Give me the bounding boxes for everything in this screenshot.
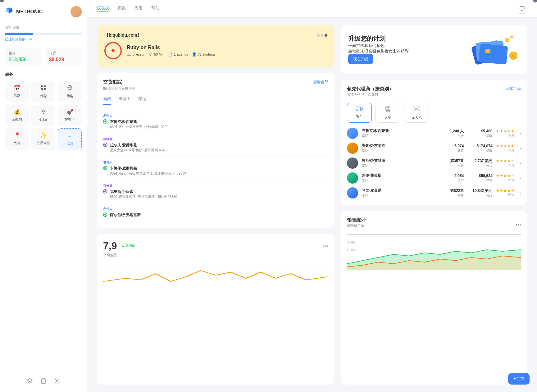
agent-arrow-4[interactable]: ›: [519, 175, 521, 180]
public-label: 公用事业: [37, 141, 50, 145]
stat-menu[interactable]: [323, 245, 328, 247]
course-circle-inner: [111, 49, 115, 52]
network-label: 网络: [66, 94, 73, 98]
gear-icon[interactable]: [54, 378, 60, 386]
sidebar-item-add[interactable]: ＋ 添新: [58, 128, 82, 150]
lessons-icon: 📖: [127, 52, 131, 57]
stat-card: 7,9 ▲ 2.2% 平均位置: [97, 234, 334, 385]
svg-point-10: [43, 110, 44, 112]
sidebar-item-activity[interactable]: 📅 活动: [5, 81, 29, 102]
tab-preparing[interactable]: 准备中: [119, 96, 131, 105]
services-label: 服务: [5, 72, 82, 77]
upgrade-card: 升级您的计划 平面插图和我们多色 生动的未混合紫色头发女士的精彩 现在升级: [341, 25, 527, 74]
agent-arrow-5[interactable]: ›: [519, 190, 521, 195]
finance-label: 金融的: [12, 117, 22, 122]
budget-row: 预算 $14,350 花费 $8,029: [5, 48, 82, 66]
sales-title: 销售统计: [347, 217, 366, 223]
shipment-addr-4: 8502 普雷斯顿路, 英格尔伍德, 缅因州 98380: [110, 194, 177, 199]
cat-tab-truck[interactable]: 货车: [347, 103, 372, 123]
shipment-role-1: 发件人: [103, 114, 328, 118]
agenda-icon: 📋: [168, 52, 173, 57]
tech-label: 技术的: [38, 117, 48, 122]
network-icon: [67, 85, 73, 92]
shipment-name-2: 拉尔夫·爱德华兹: [110, 143, 168, 148]
agent-name-3: 埃丝特·霍华德: [362, 158, 441, 163]
svg-point-23: [505, 38, 510, 43]
shipment-row-4: 克里斯汀·沃森 8502 普雷斯顿路, 英格尔伍德, 缅因州 98380: [103, 189, 328, 199]
agent-arrow-2[interactable]: ›: [519, 146, 521, 151]
shipment-name-1: 布鲁克林·西蒙斯: [110, 119, 168, 125]
nav-help[interactable]: 帮助: [151, 5, 159, 12]
sidebar-item-insurance[interactable]: 保险: [31, 81, 55, 102]
agent-name-1: 布鲁克林·西蒙斯: [362, 128, 441, 134]
agent-stat-4: 2,954 交货: [445, 174, 464, 182]
shipment-addr-1: 6391 埃尔金圣塞萨斯, 特拉华州 10299: [110, 125, 168, 129]
sidebar-item-finance[interactable]: 💰 金融的: [5, 105, 29, 126]
cat-tab-drone[interactable]: 无人机: [404, 103, 429, 123]
layers-icon[interactable]: [27, 378, 33, 386]
nav-dashboard[interactable]: 仪表板: [97, 5, 109, 12]
finance-icon: 💰: [14, 108, 20, 115]
train-icon: [385, 106, 391, 114]
svg-marker-11: [27, 379, 32, 382]
dot2: [321, 34, 323, 37]
svg-rect-17: [520, 7, 524, 10]
svg-text:3,000: 3,000: [347, 241, 355, 244]
sidebar-item-tech[interactable]: 技术的: [31, 105, 55, 126]
svg-rect-3: [41, 85, 43, 87]
agent-name-4: 盖伊·霍金斯: [362, 173, 441, 178]
agent-header: 领先代理商（按类别） 总计 424,567 次交付 添加产品: [347, 86, 521, 102]
file-icon[interactable]: [40, 378, 47, 386]
shipment-item-4: 接收者 克里斯汀·沃森 8502 普雷斯顿路, 英格尔伍德, 缅因州 98380: [103, 180, 328, 203]
sidebar-item-network[interactable]: 网络: [58, 81, 82, 102]
avatar[interactable]: [71, 6, 82, 17]
sales-menu[interactable]: [516, 224, 521, 226]
upgrade-desc: 平面插图和我们多色 生动的未混合紫色头发女士的精彩: [348, 43, 409, 54]
agent-revenue-5: 19,842 美元 收益: [467, 188, 492, 198]
shipment-name-5: 阿尔伯特·弗洛雷斯: [110, 212, 141, 218]
agent-rating-3: ★★★★★ 评分: [496, 159, 514, 167]
course-card-header: 【biqubiqu.com】: [104, 33, 327, 38]
agent-stars-1: ★★★★★: [496, 129, 514, 133]
shipment-role-4: 接收者: [103, 184, 328, 188]
budget-label: 预算: [9, 51, 38, 56]
agent-stars-5: ★★★★★: [496, 189, 514, 193]
sidebar-item-public[interactable]: ✨ 公用事业: [31, 128, 55, 150]
nursing-icon: 🚀: [66, 108, 73, 115]
svg-point-16: [56, 380, 58, 382]
chart-slider-track: [347, 234, 521, 235]
tracking-view-all[interactable]: 查看全部: [313, 80, 328, 85]
agent-revenue-1: $5,400 收益: [467, 129, 492, 138]
customize-button[interactable]: ✦ 定制: [508, 373, 530, 385]
svg-rect-37: [416, 108, 417, 110]
tracking-card: 交货追踪 查看全部 56 次交付正在进行中 新的 准备中 船运 发件人 布鲁克林…: [97, 73, 334, 228]
agent-region-4: 南区: [362, 178, 441, 183]
shipment-item-1: 发件人 布鲁克林·西蒙斯 6391 埃尔金圣塞萨斯, 特拉华州 10299: [103, 110, 328, 133]
agent-arrow-3[interactable]: ›: [519, 161, 521, 166]
svg-rect-34: [388, 107, 389, 108]
tab-shipping[interactable]: 船运: [138, 96, 146, 105]
truck-icon: [356, 106, 363, 113]
stat-sublabel: 平均位置: [103, 253, 328, 258]
tab-new[interactable]: 新的: [103, 96, 111, 105]
shipment-row-5: 阿尔伯特·弗洛雷斯: [103, 212, 328, 218]
cat-tab-train[interactable]: 火车: [375, 103, 400, 123]
agent-add-product[interactable]: 添加产品: [506, 86, 521, 91]
course-dots: [317, 34, 327, 37]
dot3: [325, 34, 327, 37]
sidebar-item-nursing[interactable]: 🚀 护理卡: [58, 105, 82, 126]
agent-arrow-1[interactable]: ›: [519, 131, 521, 136]
insurance-icon: [41, 85, 46, 92]
sidebar-item-reception[interactable]: 📍 敌待: [5, 128, 29, 150]
nav-pages[interactable]: 页数: [118, 5, 126, 12]
svg-text:$: $: [512, 54, 514, 58]
upgrade-button[interactable]: 现在升级: [348, 54, 373, 64]
svg-rect-4: [44, 85, 46, 87]
svg-text:2,500: 2,500: [347, 248, 355, 252]
topnav-links: 仪表板 页数 应用 帮助: [97, 5, 159, 12]
avatar-image: [71, 6, 82, 17]
nav-apps[interactable]: 应用: [134, 5, 143, 12]
agent-title-area: 领先代理商（按类别） 总计 424,567 次交付: [347, 86, 394, 102]
chat-icon-button[interactable]: [517, 4, 527, 14]
brand-logo: METRONIC: [5, 7, 43, 16]
